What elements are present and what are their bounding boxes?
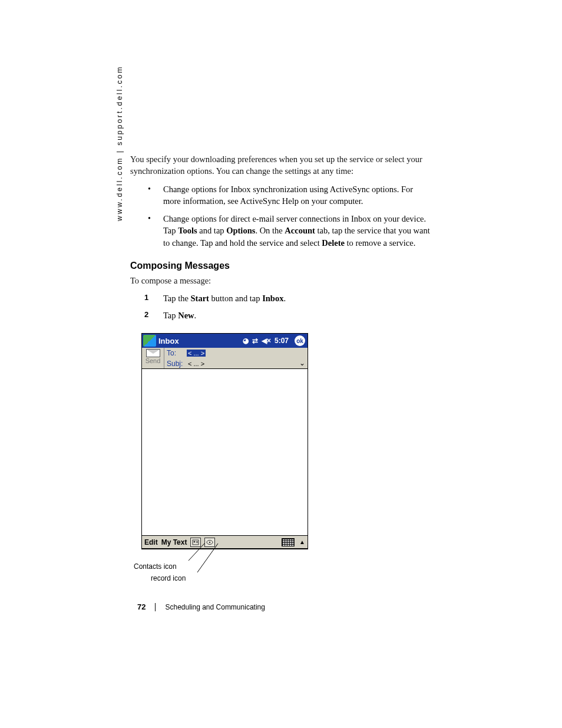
svg-point-5 — [209, 541, 210, 542]
page-number: 72 — [137, 602, 146, 611]
to-row: To: < ... > — [164, 348, 308, 358]
ok-button[interactable]: ok — [295, 335, 305, 346]
page-footer: 72 Scheduling and Communicating — [137, 602, 265, 611]
speaker-icon[interactable]: ◀× — [262, 337, 271, 344]
compose-header: Send To: < ... > Subj: < ... > ⌄ — [142, 348, 308, 369]
main-content: You specify your downloading preferences… — [130, 153, 431, 327]
contacts-icon[interactable] — [190, 538, 201, 547]
section-title: Scheduling and Communicating — [165, 603, 265, 611]
svg-point-1 — [194, 541, 196, 542]
connectivity-icon[interactable]: ⇄ — [252, 337, 258, 344]
up-arrow-icon[interactable]: ▲ — [299, 539, 305, 545]
start-icon[interactable] — [143, 335, 156, 347]
clock: 5:07 — [275, 337, 289, 344]
device-screenshot: Inbox ◕ ⇄ ◀× 5:07 ok Send To: < ... > — [141, 333, 308, 549]
record-icon[interactable] — [204, 538, 215, 547]
section-heading: Composing Messages — [130, 261, 431, 271]
edit-menu[interactable]: Edit — [144, 538, 158, 546]
send-label[interactable]: Send — [146, 357, 161, 364]
send-column: Send — [142, 348, 164, 368]
svg-rect-3 — [196, 542, 198, 543]
callouts: Contacts icon record icon — [141, 549, 308, 585]
step-number: 2 — [144, 309, 148, 321]
bullet-list: Change options for Inbox synchronization… — [130, 183, 431, 249]
envelope-icon[interactable] — [146, 349, 160, 357]
sidebar-url: www.dell.com | support.dell.com — [115, 65, 124, 221]
intro-paragraph: You specify your downloading preferences… — [130, 153, 431, 177]
tray-icons: ◕ ⇄ ◀× 5:07 ok — [243, 335, 308, 346]
bottom-toolbar: Edit My Text ▲ — [142, 535, 308, 548]
mytext-menu[interactable]: My Text — [161, 538, 187, 546]
svg-rect-2 — [196, 541, 198, 542]
subject-label: Subj: — [167, 360, 187, 368]
subject-field[interactable]: < ... > — [187, 360, 204, 367]
callout-record: record icon — [151, 574, 186, 582]
device-frame: Inbox ◕ ⇄ ◀× 5:07 ok Send To: < ... > — [141, 333, 308, 549]
numbered-list: 1 Tap the Start button and tap Inbox. 2 … — [130, 292, 431, 322]
bullet-item: Change options for direct e-mail server … — [130, 213, 431, 249]
footer-separator — [155, 603, 156, 611]
step-number: 1 — [144, 292, 148, 304]
callout-contacts: Contacts icon — [134, 562, 177, 571]
subject-row: Subj: < ... > — [164, 358, 308, 369]
step-item: 1 Tap the Start button and tap Inbox. — [130, 292, 431, 305]
keyboard-icon[interactable] — [282, 538, 295, 546]
bullet-item: Change options for Inbox synchronization… — [130, 183, 431, 207]
to-field[interactable]: < ... > — [187, 350, 206, 357]
notification-icon[interactable]: ◕ — [243, 337, 249, 344]
step-item: 2 Tap New. — [130, 309, 431, 322]
title-bar: Inbox ◕ ⇄ ◀× 5:07 ok — [142, 334, 308, 348]
app-title: Inbox — [158, 337, 179, 345]
to-label: To: — [167, 349, 187, 357]
intro-paragraph-2: To compose a message: — [130, 275, 431, 286]
fields-column: To: < ... > Subj: < ... > ⌄ — [164, 348, 308, 368]
chevron-down-icon[interactable]: ⌄ — [299, 359, 305, 367]
